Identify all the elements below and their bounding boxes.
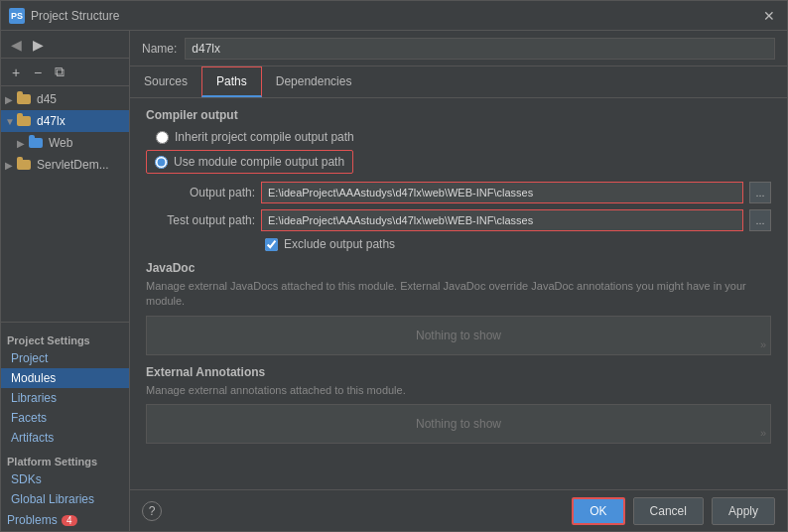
sidebar-item-project[interactable]: Project [1,348,129,368]
remove-module-button[interactable]: − [29,65,47,80]
output-path-label: Output path: [146,186,255,200]
folder-icon-d47lx [17,115,33,127]
copy-module-button[interactable]: ⧉ [51,64,68,80]
help-button[interactable]: ? [142,501,162,521]
javadoc-expand-icon[interactable]: » [760,338,766,350]
sidebar-item-artifacts[interactable]: Artifacts [1,428,129,448]
apply-button[interactable]: Apply [712,497,775,525]
external-annotations-empty-box: Nothing to show » [146,404,771,444]
exclude-checkbox-row: Exclude output paths [146,237,771,251]
tab-dependencies[interactable]: Dependencies [262,66,366,97]
javadoc-title: JavaDoc [146,261,771,275]
radio-module-label: Use module compile output path [174,155,344,169]
javadoc-section: JavaDoc Manage external JavaDocs attache… [146,261,771,355]
nav-toolbar: ◀ ▶ [1,31,129,59]
sidebar-item-global-libraries[interactable]: Global Libraries [1,489,129,509]
exclude-label: Exclude output paths [284,237,395,251]
forward-button[interactable]: ▶ [29,37,47,53]
app-icon: PS [9,8,25,24]
output-path-browse-button[interactable]: ... [749,182,771,203]
external-annotations-section: External Annotations Manage external ann… [146,365,771,444]
tree-arrow-web: ▶ [17,138,29,149]
folder-icon-d45 [17,93,33,105]
external-annotations-expand-icon[interactable]: » [760,427,766,439]
problems-badge: 4 [62,515,77,526]
tabs-row: Sources Paths Dependencies [130,66,787,98]
tree-arrow-d47lx: ▼ [5,116,17,127]
tab-sources[interactable]: Sources [130,66,201,97]
tab-paths[interactable]: Paths [201,66,262,97]
paths-panel-content: Compiler output Inherit project compile … [130,98,787,489]
tree-item-d47lx[interactable]: ▼ d47lx [1,110,129,132]
name-row: Name: [130,31,787,66]
name-label: Name: [142,42,177,56]
cancel-button[interactable]: Cancel [633,497,704,525]
footer: ? OK Cancel Apply [130,489,787,531]
compiler-output-title: Compiler output [146,108,771,122]
platform-settings-header: Platform Settings [1,452,129,469]
test-output-path-input[interactable] [261,209,743,231]
project-structure-window: PS Project Structure ✕ ◀ ▶ + − ⧉ ▶ [0,0,788,532]
radio-inherit-row: Inherit project compile output path [146,130,771,144]
radio-module[interactable] [155,156,168,169]
external-annotations-title: External Annotations [146,365,771,379]
ok-button[interactable]: OK [572,497,624,525]
back-button[interactable]: ◀ [7,37,25,53]
javadoc-empty-box: Nothing to show » [146,316,771,355]
test-output-path-row: Test output path: ... [146,209,771,231]
folder-icon-web [29,137,45,149]
sidebar-item-modules[interactable]: Modules [1,368,129,388]
javadoc-description: Manage external JavaDocs attached to thi… [146,279,771,310]
output-path-row: Output path: ... [146,182,771,203]
radio-inherit[interactable] [156,131,169,144]
problems-section[interactable]: Problems 4 [1,509,129,531]
close-button[interactable]: ✕ [759,8,779,24]
output-path-input[interactable] [261,182,743,203]
sidebar: ◀ ▶ + − ⧉ ▶ d45 ▼ [1,31,130,531]
test-output-path-browse-button[interactable]: ... [749,209,771,231]
tree-arrow-d45: ▶ [5,94,17,105]
tree-item-web[interactable]: ▶ Web [1,132,129,154]
external-annotations-description: Manage external annotations attached to … [146,383,771,398]
title-bar: PS Project Structure ✕ [1,1,787,31]
sidebar-item-sdks[interactable]: SDKs [1,469,129,489]
tree-item-d45[interactable]: ▶ d45 [1,88,129,110]
exclude-checkbox[interactable] [265,238,278,251]
tree-item-servletdemo[interactable]: ▶ ServletDem... [1,154,129,176]
window-title: Project Structure [31,9,759,23]
radio-module-row: Use module compile output path [146,150,353,174]
sidebar-item-facets[interactable]: Facets [1,408,129,428]
radio-inherit-label: Inherit project compile output path [175,130,354,144]
module-tree: ▶ d45 ▼ d47lx ▶ Web ▶ [1,86,129,322]
sidebar-item-libraries[interactable]: Libraries [1,388,129,408]
sidebar-toolbar: + − ⧉ [1,59,129,86]
project-settings-header: Project Settings [1,331,129,348]
name-input[interactable] [185,38,775,60]
test-output-path-label: Test output path: [146,213,255,227]
main-content: ◀ ▶ + − ⧉ ▶ d45 ▼ [1,31,787,531]
tree-arrow-servlet: ▶ [5,160,17,171]
footer-buttons: OK Cancel Apply [572,497,775,525]
right-panel: Name: Sources Paths Dependencies Compile… [130,31,787,531]
folder-icon-servlet [17,159,33,171]
add-module-button[interactable]: + [7,65,25,80]
